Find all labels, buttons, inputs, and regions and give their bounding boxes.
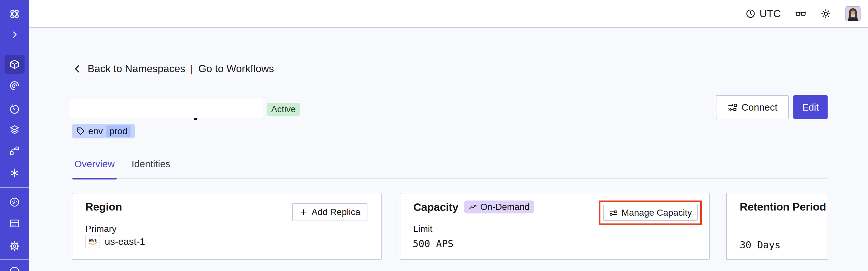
glasses-icon (795, 8, 806, 20)
region-field-label: Primary (85, 224, 116, 234)
sidebar-item-layers[interactable] (0, 124, 29, 135)
sliders-icon (609, 209, 618, 217)
sidebar-item-support[interactable] (0, 266, 29, 271)
manage-capacity-label: Manage Capacity (621, 208, 692, 218)
breadcrumb-workflows-link[interactable]: Go to Workflows (198, 63, 274, 75)
tab-bar: Overview Identities (72, 157, 827, 179)
sidebar-divider (0, 187, 29, 188)
app-screen: UTC (0, 0, 868, 271)
breadcrumb-back-link[interactable]: Back to Namespaces (88, 63, 185, 75)
sidebar-item-active[interactable] (4, 55, 25, 74)
annotation-highlight-box: Manage Capacity (599, 201, 702, 225)
tag-value: prod (106, 125, 130, 137)
temporal-logo[interactable] (0, 8, 29, 20)
tab-identities[interactable]: Identities (130, 157, 172, 179)
namespace-name-redacted (69, 99, 263, 118)
chevron-left-icon[interactable] (73, 64, 83, 74)
timezone-label: UTC (760, 8, 781, 20)
tag-icon (76, 127, 85, 136)
timezone-selector[interactable]: UTC (746, 8, 781, 20)
sidebar-item-usage[interactable] (0, 197, 29, 208)
namespace-detail-page: Back to Namespaces | Go to Workflows Act… (29, 28, 868, 271)
edit-button[interactable]: Edit (793, 95, 828, 119)
sidebar (0, 0, 29, 271)
capacity-card: Capacity On-Demand (400, 193, 710, 260)
capacity-title-row: Capacity On-Demand (413, 201, 534, 213)
sidebar-item-workflow[interactable] (0, 145, 29, 156)
capacity-card-title: Capacity (413, 201, 458, 213)
trending-up-icon (469, 203, 477, 211)
region-value-row: aws us-east-1 (85, 235, 145, 248)
sun-icon (820, 8, 831, 19)
manage-capacity-button[interactable]: Manage Capacity (603, 205, 698, 221)
aws-provider-badge: aws (85, 235, 100, 248)
retention-card: Retention Period 30 Days (726, 193, 828, 260)
circle-icon (9, 266, 20, 271)
connect-button[interactable]: Connect (716, 95, 789, 119)
add-replica-label: Add Replica (312, 207, 360, 217)
user-avatar[interactable] (845, 6, 861, 21)
sidebar-item-settings[interactable] (0, 241, 29, 251)
sidebar-divider (0, 259, 29, 260)
breadcrumb-separator: | (190, 63, 193, 75)
capacity-value: 500 APS (413, 238, 454, 249)
labs-glasses-button[interactable] (795, 8, 806, 20)
svg-text:aws: aws (89, 237, 97, 242)
layers-icon (9, 124, 20, 135)
cube-icon (9, 59, 20, 70)
credit-card-icon (9, 218, 20, 229)
expand-sidebar-chevron-icon[interactable] (0, 30, 29, 39)
sidebar-item-asterisk[interactable] (0, 168, 29, 179)
region-card: Region Add Replica Primary aws us-east-1 (72, 193, 382, 260)
redacted-text-artifact (194, 118, 197, 120)
namespace-tag-chip[interactable]: env prod (72, 124, 135, 139)
asterisk-icon (9, 168, 20, 179)
on-demand-badge: On-Demand (464, 201, 534, 213)
on-demand-label: On-Demand (480, 202, 530, 212)
workflow-nodes-icon (9, 145, 20, 156)
capacity-field-label: Limit (413, 224, 432, 234)
connect-button-label: Connect (741, 102, 777, 113)
breadcrumb: Back to Namespaces | Go to Workflows (73, 63, 274, 75)
retention-value: 30 Days (740, 239, 780, 251)
region-value: us-east-1 (105, 236, 145, 247)
clock-icon (746, 9, 755, 19)
retention-card-title: Retention Period (740, 201, 826, 213)
tab-overview[interactable]: Overview (72, 157, 117, 179)
topbar: UTC (29, 0, 868, 28)
spiral-icon (9, 80, 20, 91)
plus-icon (299, 208, 308, 216)
sidebar-item-spiral[interactable] (0, 80, 29, 91)
theme-toggle-button[interactable] (820, 8, 831, 19)
gauge-icon (9, 197, 20, 208)
aws-logo: aws (87, 237, 99, 246)
clock-arrow-icon (9, 104, 20, 115)
region-card-title: Region (85, 201, 122, 213)
edit-button-label: Edit (802, 102, 819, 113)
sidebar-item-history[interactable] (0, 104, 29, 115)
add-replica-button[interactable]: Add Replica (292, 203, 367, 221)
gear-icon (9, 241, 20, 251)
connect-icon (727, 102, 738, 113)
status-badge: Active (267, 103, 300, 116)
sidebar-item-billing[interactable] (0, 218, 29, 229)
tag-key: env (88, 126, 103, 137)
avatar-image (846, 7, 860, 21)
